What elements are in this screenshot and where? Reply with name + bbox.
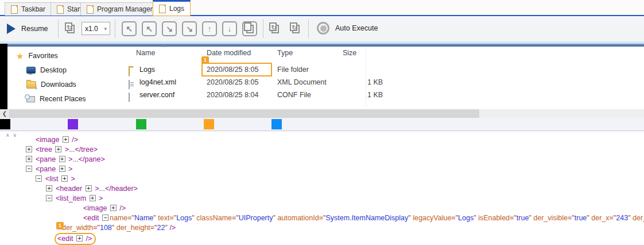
tree-line[interactable]: <edit −name="Name" text="Logs" className… bbox=[83, 213, 644, 223]
sidebar-item-downloads[interactable]: Downloads bbox=[26, 78, 76, 91]
color-swatch-4 bbox=[204, 119, 214, 129]
punctuation: =" bbox=[127, 214, 134, 222]
expander-icon[interactable]: + bbox=[55, 146, 61, 152]
expander-icon[interactable]: + bbox=[26, 146, 32, 152]
tree-line[interactable]: <edit + /> bbox=[57, 233, 96, 242]
scroll-left-button[interactable]: ❮ bbox=[0, 109, 9, 118]
attribute-name: der_width bbox=[62, 224, 93, 232]
tab-program-manager[interactable]: Program Manager bbox=[80, 2, 159, 16]
tree-line[interactable]: der_width="108" der_height="22" />1 bbox=[62, 223, 176, 232]
attribute-name: name bbox=[110, 214, 127, 222]
expander-icon[interactable]: + bbox=[61, 175, 68, 182]
tree-line[interactable]: <image + /> bbox=[83, 204, 126, 213]
expander-icon[interactable]: + bbox=[86, 185, 92, 192]
punctuation: " bbox=[192, 214, 196, 222]
sidebar-item-label: Favorites bbox=[28, 52, 57, 60]
nav-to-last-child-button[interactable]: ↘ bbox=[182, 21, 197, 36]
layered-pages-arrow-icon bbox=[271, 25, 279, 33]
tag-text: <pane bbox=[36, 165, 58, 173]
tag-text: /> bbox=[70, 136, 78, 144]
zoom-level-select[interactable]: x1.0 ▾ bbox=[82, 22, 110, 35]
tree-collapse-controls[interactable]: ∧∨ bbox=[6, 132, 20, 138]
expander-icon[interactable]: + bbox=[76, 235, 83, 242]
recent-places-icon bbox=[26, 96, 35, 102]
size-cell: 1 KB bbox=[367, 89, 383, 101]
auto-execute-toggle[interactable]: Auto Execute bbox=[317, 22, 378, 35]
tag-text: <pane bbox=[36, 155, 58, 163]
punctuation: =" bbox=[451, 214, 458, 222]
expander-icon[interactable]: + bbox=[90, 195, 96, 201]
scrollbar-thumb[interactable] bbox=[9, 109, 479, 118]
app-window: TaskbarStartProgram ManagerLogs Resume x… bbox=[0, 0, 644, 245]
tag-text: <edit bbox=[83, 214, 101, 222]
tree-line[interactable]: +<header + >...</header> bbox=[46, 184, 138, 193]
tag-text: > bbox=[69, 175, 75, 183]
pages-icon bbox=[246, 25, 254, 33]
collapse-down-icon[interactable]: ∨ bbox=[13, 132, 21, 138]
file-icon-cell bbox=[129, 78, 130, 91]
tab-taskbar[interactable]: Taskbar bbox=[5, 2, 52, 16]
tag-text: > bbox=[97, 194, 103, 202]
type-cell: XML Document bbox=[277, 76, 327, 89]
attribute-value: true bbox=[517, 214, 529, 222]
collapse-up-icon[interactable]: ∧ bbox=[6, 132, 13, 138]
capture-refresh-button[interactable] bbox=[63, 21, 78, 36]
attribute-value: Logs bbox=[458, 214, 474, 222]
color-swatch-3 bbox=[136, 119, 146, 129]
sidebar-item-recent-places[interactable]: Recent Places bbox=[26, 93, 86, 105]
resume-button[interactable]: Resume bbox=[7, 20, 48, 38]
expander-icon[interactable]: + bbox=[63, 136, 69, 143]
capture-export-button[interactable] bbox=[288, 21, 303, 36]
column-header-date-modified[interactable]: Date modified bbox=[207, 47, 251, 59]
punctuation: =" bbox=[319, 214, 326, 222]
nav-previous-sibling-button[interactable]: ↑ bbox=[202, 21, 217, 36]
attribute-name: automationId bbox=[277, 214, 319, 222]
zoom-level-value: x1.0 bbox=[85, 25, 98, 33]
horizontal-scrollbar[interactable]: ❮ bbox=[0, 109, 644, 118]
nav-next-sibling-button[interactable]: ↓ bbox=[222, 21, 237, 36]
copy-node-button[interactable] bbox=[242, 21, 257, 36]
punctuation: =" bbox=[568, 214, 575, 222]
expander-icon[interactable]: + bbox=[59, 166, 65, 172]
tag-text: > bbox=[93, 185, 99, 193]
auto-execute-radio-icon bbox=[317, 22, 329, 35]
expander-icon[interactable]: + bbox=[26, 156, 32, 162]
expander-icon[interactable]: − bbox=[102, 215, 108, 221]
xml-tree-panel: ∧∨ <image + />+<tree + >...</tree>+<pane… bbox=[0, 131, 644, 245]
tag-text: </pane> bbox=[79, 155, 105, 163]
attribute-name: text bbox=[158, 214, 169, 222]
tree-line[interactable]: −<list + > bbox=[36, 174, 75, 183]
tab-label: Taskbar bbox=[21, 5, 45, 13]
tree-line[interactable]: −<list_item + > bbox=[46, 194, 103, 203]
capture-into-button[interactable] bbox=[267, 21, 282, 36]
annotation-badge: 1 bbox=[201, 56, 209, 64]
column-header-size[interactable]: Size bbox=[343, 47, 356, 59]
expander-icon[interactable]: − bbox=[36, 175, 42, 182]
arrow-down-right-end-icon: ↘ bbox=[186, 24, 193, 33]
nav-to-first-child-button[interactable]: ↘ bbox=[162, 21, 177, 36]
nav-to-root-button[interactable]: ↖ bbox=[122, 21, 137, 36]
sidebar-item-desktop[interactable]: Desktop bbox=[26, 64, 67, 76]
expander-icon[interactable]: + bbox=[110, 205, 117, 211]
expander-icon[interactable]: + bbox=[46, 185, 52, 192]
expander-icon[interactable]: − bbox=[26, 166, 32, 172]
column-header-type[interactable]: Type bbox=[277, 47, 293, 59]
expander-icon[interactable]: + bbox=[59, 156, 65, 162]
attribute-value: 243 bbox=[616, 214, 628, 222]
punctuation: =" bbox=[232, 214, 239, 222]
sidebar-item-favorites[interactable]: ★Favorites bbox=[16, 49, 58, 62]
tree-line[interactable]: <image + /> bbox=[36, 135, 78, 144]
tab-bar: TaskbarStartProgram ManagerLogs bbox=[0, 0, 644, 16]
tag-text: > bbox=[67, 155, 73, 163]
nav-to-parent-button[interactable]: ↖ bbox=[142, 21, 157, 36]
tree-line[interactable]: +<tree + >...</tree> bbox=[26, 145, 98, 154]
column-header-name[interactable]: Name bbox=[136, 47, 155, 59]
tree-line[interactable]: −<pane + > bbox=[26, 164, 72, 174]
tab-logs[interactable]: Logs bbox=[153, 0, 191, 16]
attribute-name: className bbox=[196, 214, 232, 222]
expander-icon[interactable]: − bbox=[46, 195, 52, 201]
tag-text: </tree> bbox=[75, 146, 98, 154]
attribute-name: der_x bbox=[591, 214, 609, 222]
tree-line[interactable]: +<pane + >...</pane> bbox=[26, 155, 105, 164]
attribute-value: Name bbox=[134, 214, 153, 222]
